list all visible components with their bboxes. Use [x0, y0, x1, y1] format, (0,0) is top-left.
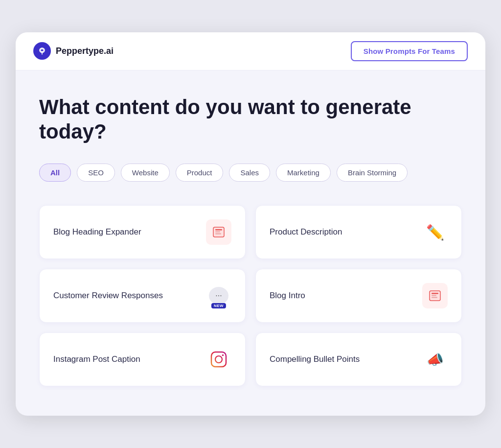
svg-rect-6	[432, 295, 436, 296]
blog-intro-icon	[422, 283, 448, 308]
app-container: Peppertype.ai Show Prompts For Teams Wha…	[16, 32, 485, 416]
svg-rect-2	[215, 232, 220, 233]
svg-rect-8	[211, 352, 226, 367]
card-label: Blog Intro	[270, 291, 305, 301]
card-label: Customer Review Responses	[53, 291, 163, 301]
product-description-icon: ✏️	[422, 219, 448, 245]
filter-seo[interactable]: SEO	[77, 164, 115, 182]
card-blog-intro[interactable]: Blog Intro	[255, 269, 462, 323]
svg-point-10	[222, 354, 224, 356]
new-badge: NEW	[211, 303, 226, 308]
svg-rect-3	[215, 234, 221, 235]
svg-rect-7	[432, 297, 437, 298]
card-label: Instagram Post Caption	[53, 354, 140, 364]
header: Peppertype.ai Show Prompts For Teams	[16, 32, 485, 71]
blog-heading-icon	[206, 219, 231, 245]
filter-all[interactable]: All	[39, 164, 71, 182]
filter-website[interactable]: Website	[121, 164, 170, 182]
card-customer-review-responses[interactable]: Customer Review Responses ··· NEW	[39, 269, 246, 323]
card-label: Compelling Bullet Points	[270, 354, 360, 364]
chat-bubble: ···	[209, 287, 228, 305]
cards-grid: Blog Heading Expander Product Descriptio…	[39, 205, 462, 386]
page-title: What content do you want to generate tod…	[39, 95, 462, 144]
card-blog-heading-expander[interactable]: Blog Heading Expander	[39, 205, 246, 259]
filter-row: All SEO Website Product Sales Marketing …	[39, 164, 462, 182]
card-label: Blog Heading Expander	[53, 227, 141, 237]
teams-button[interactable]: Show Prompts For Teams	[351, 41, 468, 61]
card-label: Product Description	[270, 227, 342, 237]
svg-rect-1	[215, 229, 222, 231]
logo-icon	[33, 42, 51, 60]
compelling-bullet-icon: 📣	[422, 347, 448, 372]
instagram-icon	[206, 347, 231, 372]
svg-rect-5	[432, 293, 438, 294]
logo-text: Peppertype.ai	[56, 46, 114, 56]
filter-product[interactable]: Product	[176, 164, 224, 182]
card-product-description[interactable]: Product Description ✏️	[255, 205, 462, 259]
card-instagram-post-caption[interactable]: Instagram Post Caption	[39, 332, 246, 386]
filter-marketing[interactable]: Marketing	[276, 164, 331, 182]
svg-point-9	[215, 356, 222, 363]
card-compelling-bullet-points[interactable]: Compelling Bullet Points 📣	[255, 332, 462, 386]
filter-brainstorming[interactable]: Brain Storming	[337, 164, 408, 182]
main-content: What content do you want to generate tod…	[16, 71, 485, 416]
logo-area: Peppertype.ai	[33, 42, 114, 60]
filter-sales[interactable]: Sales	[229, 164, 270, 182]
customer-review-icon: ··· NEW	[206, 283, 231, 308]
